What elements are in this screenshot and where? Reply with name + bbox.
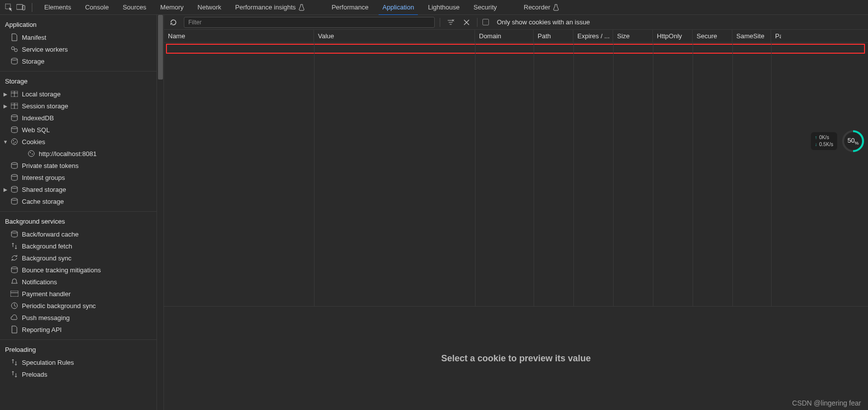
tab-console[interactable]: Console [78,0,116,15]
svg-point-14 [11,139,17,145]
cookies-panel: Only show cookies with an issue Name Val… [164,15,868,410]
sidebar-item-interest-groups[interactable]: Interest groups [0,171,157,183]
svg-rect-1 [16,4,23,9]
col-expires[interactable]: Expires / ... [573,30,613,42]
svg-point-22 [11,174,17,176]
only-issue-label[interactable]: Only show cookies with an issue [497,18,590,26]
svg-point-24 [11,198,17,200]
arrows-icon [10,359,19,366]
svg-rect-27 [10,291,18,297]
sidebar-item-cache-storage[interactable]: Cache storage [0,195,157,207]
database-icon [10,174,19,181]
tab-network[interactable]: Network [191,0,229,15]
sidebar-item-background-sync[interactable]: Background sync [0,252,157,264]
col-path[interactable]: Path [534,30,573,42]
sidebar-item-local-storage[interactable]: ▶Local storage [0,88,157,100]
arrows-icon [10,371,19,378]
cookie-icon [10,138,19,145]
clock-icon [10,302,19,309]
sidebar-item-shared-storage[interactable]: ▶Shared storage [0,183,157,195]
sidebar-item-speculation-rules[interactable]: Speculation Rules [0,356,157,368]
tab-memory[interactable]: Memory [154,0,191,15]
database-icon [10,231,19,238]
chevron-down-icon[interactable]: ▼ [2,139,9,145]
database-icon [10,198,19,205]
chevron-right-icon[interactable]: ▶ [2,91,9,97]
col-name[interactable]: Name [164,30,314,42]
highlighted-empty-row [166,44,865,54]
cookies-toolbar: Only show cookies with an issue [164,15,868,30]
svg-point-4 [14,49,17,52]
sidebar-item-reporting-api[interactable]: Reporting API [0,324,157,335]
col-partition[interactable]: Pa [771,30,781,42]
svg-point-26 [11,267,17,269]
sidebar-item-cookies[interactable]: ▼Cookies [0,136,157,148]
svg-point-3 [11,47,14,50]
clear-all-button[interactable] [445,17,456,28]
section-application: Application [0,15,157,31]
sidebar-item-payment-handler[interactable]: Payment handler [0,288,157,300]
arrows-icon [10,243,19,249]
col-secure[interactable]: Secure [693,30,732,42]
bell-icon [10,278,19,285]
credit-card-icon [10,291,19,297]
section-background-services: Background services [0,212,157,228]
tab-sources[interactable]: Sources [116,0,154,15]
chevron-right-icon[interactable]: ▶ [2,187,9,192]
filter-input[interactable] [184,17,435,28]
table-icon [10,91,19,97]
sidebar-item-manifest[interactable]: Manifest [0,31,157,43]
only-issue-checkbox[interactable] [482,19,489,25]
sidebar-item-session-storage[interactable]: ▶Session storage [0,100,157,112]
sidebar-item-indexeddb[interactable]: IndexedDB [0,112,157,124]
sidebar-item-cookie-origin[interactable]: http://localhost:8081 [0,148,157,160]
file-icon [10,326,19,333]
scrollbar-thumb[interactable] [158,15,163,80]
tab-security[interactable]: Security [467,0,504,15]
sidebar-scrollbar[interactable] [157,15,164,410]
svg-point-15 [13,140,14,141]
database-icon [10,114,19,121]
cookies-table-body[interactable] [164,43,868,306]
col-samesite[interactable]: SameSite [732,30,771,42]
sidebar-item-service-workers[interactable]: Service workers [0,43,157,55]
application-sidebar[interactable]: Application Manifest Service workers Sto… [0,15,157,410]
net-speed-box: 0K/s 0.5K/s [811,132,837,150]
sidebar-item-preloads[interactable]: Preloads [0,368,157,380]
sidebar-item-storage-app[interactable]: Storage [0,55,157,67]
cookies-table-header: Name Value Domain Path Expires / ... Siz… [164,30,868,43]
svg-point-12 [11,115,17,117]
sidebar-item-bf-cache[interactable]: Back/forward cache [0,228,157,240]
chevron-right-icon[interactable]: ▶ [2,103,9,109]
database-icon [10,186,19,193]
col-size[interactable]: Size [613,30,653,42]
toolbar-separator [440,18,440,27]
tab-performance-insights[interactable]: Performance insights [228,0,312,15]
tab-performance[interactable]: Performance [324,0,375,15]
cookie-icon [27,150,36,157]
refresh-button[interactable] [168,17,179,28]
database-icon [10,126,19,133]
tabbar-separator [32,3,32,12]
sidebar-item-background-fetch[interactable]: Background fetch [0,240,157,252]
sidebar-item-bounce-tracking[interactable]: Bounce tracking mitigations [0,264,157,276]
sidebar-item-periodic-sync[interactable]: Periodic background sync [0,300,157,312]
col-value[interactable]: Value [314,30,475,42]
inspect-element-icon[interactable] [3,1,15,13]
tab-recorder[interactable]: Recorder [517,0,566,15]
sidebar-item-private-state-tokens[interactable]: Private state tokens [0,160,157,171]
svg-point-16 [15,142,16,143]
sidebar-item-notifications[interactable]: Notifications [0,276,157,288]
col-domain[interactable]: Domain [475,30,534,42]
tab-elements[interactable]: Elements [37,0,78,15]
tab-lighthouse[interactable]: Lighthouse [421,0,467,15]
svg-point-23 [11,186,17,188]
device-toolbar-icon[interactable] [15,1,27,13]
delete-selected-button[interactable] [461,17,472,28]
svg-point-19 [30,152,31,153]
tab-application[interactable]: Application [376,0,421,15]
svg-point-5 [11,58,17,60]
sidebar-item-push-messaging[interactable]: Push messaging [0,312,157,324]
sidebar-item-websql[interactable]: Web SQL [0,124,157,136]
col-httponly[interactable]: HttpOnly [653,30,693,42]
